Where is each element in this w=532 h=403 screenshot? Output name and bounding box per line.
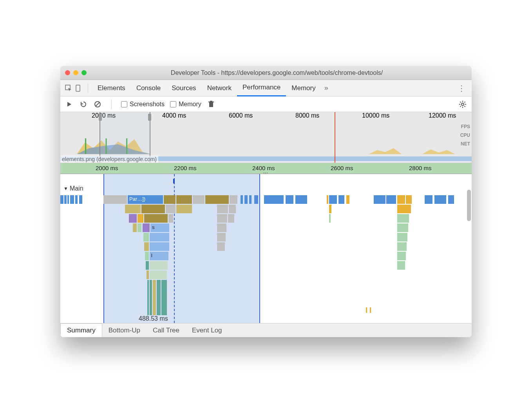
svg-marker-22 <box>422 149 455 154</box>
flame-scrollbar[interactable] <box>467 190 471 221</box>
main-section-label[interactable]: ▼Main <box>63 185 83 192</box>
tab-event-log[interactable]: Event Log <box>186 323 228 338</box>
flame-block-l[interactable]: l <box>150 252 168 260</box>
perf-controls: Screenshots Memory <box>60 96 472 112</box>
fps-label: FPS <box>460 124 470 129</box>
window-title: Developer Tools - https://developers.goo… <box>87 69 467 76</box>
overview-timeline[interactable]: 2000 ms 4000 ms 6000 ms 8000 ms 10000 ms… <box>60 112 472 163</box>
trash-icon[interactable] <box>207 100 215 109</box>
overview-marker <box>335 112 335 163</box>
gear-icon[interactable] <box>458 100 467 109</box>
divider <box>88 84 88 93</box>
clear-icon[interactable] <box>93 100 102 109</box>
screenshots-checkbox[interactable]: Screenshots <box>121 101 165 108</box>
chevron-down-icon: ▼ <box>63 186 68 191</box>
reload-icon[interactable] <box>79 100 88 109</box>
memory-checkbox[interactable]: Memory <box>170 101 201 108</box>
cpu-label: CPU <box>460 133 470 138</box>
selection-handle-left[interactable] <box>99 114 102 121</box>
menu-icon[interactable]: ⋮ <box>454 84 469 93</box>
svg-line-15 <box>464 102 465 102</box>
overview-resource-label: elements.png (developers.google.com) <box>60 156 158 163</box>
ruler-tick: 2600 ms <box>331 165 353 171</box>
zoom-icon[interactable] <box>81 70 87 75</box>
flame-block-s[interactable]: s <box>150 223 169 232</box>
close-icon[interactable] <box>65 70 70 75</box>
divider <box>111 100 112 109</box>
detail-ruler[interactable]: 2000 ms 2200 ms 2400 ms 2600 ms 2800 ms … <box>60 163 472 174</box>
selection-handle-right[interactable] <box>148 114 151 121</box>
overview-selection[interactable] <box>100 112 150 163</box>
traffic-lights <box>65 70 87 75</box>
flame-chart[interactable]: ▼Main Par…]) <box>60 174 472 323</box>
flame-cursor-handle[interactable] <box>173 179 175 183</box>
overview-tick: 12000 ms <box>429 112 456 119</box>
more-tabs-icon[interactable]: » <box>324 84 328 92</box>
titlebar: Developer Tools - https://developers.goo… <box>60 66 472 80</box>
screenshots-label: Screenshots <box>130 101 165 108</box>
device-icon[interactable] <box>74 83 84 93</box>
panel-tabs: Elements Console Sources Network Perform… <box>60 80 472 96</box>
ruler-tick: 2200 ms <box>174 165 197 171</box>
devtools-window: Developer Tools - https://developers.goo… <box>60 66 472 337</box>
ruler-tick: 2800 ms <box>409 165 432 171</box>
svg-rect-4 <box>209 102 213 107</box>
svg-line-12 <box>460 102 461 102</box>
svg-rect-6 <box>210 101 212 102</box>
tab-bottom-up[interactable]: Bottom-Up <box>102 323 147 338</box>
tab-sources[interactable]: Sources <box>166 80 201 96</box>
duration-label: 488.53 ms <box>139 315 168 322</box>
memory-label: Memory <box>179 101 201 108</box>
tab-summary[interactable]: Summary <box>60 323 102 338</box>
tab-performance[interactable]: Performance <box>237 80 286 96</box>
record-icon[interactable] <box>65 100 74 109</box>
svg-line-13 <box>464 106 465 107</box>
overview-tick: 10000 ms <box>362 112 389 119</box>
minimize-icon[interactable] <box>73 70 78 75</box>
inspect-icon[interactable] <box>63 83 74 93</box>
tab-console[interactable]: Console <box>131 80 166 96</box>
svg-marker-21 <box>369 148 402 154</box>
svg-point-7 <box>461 103 464 105</box>
overview-tick: 6000 ms <box>229 112 253 119</box>
svg-rect-5 <box>208 102 214 102</box>
tab-memory[interactable]: Memory <box>286 80 321 96</box>
tab-elements[interactable]: Elements <box>92 80 131 96</box>
flame-task[interactable]: Par…]) <box>128 195 163 204</box>
tab-network[interactable]: Network <box>202 80 237 96</box>
overview-tick: 4000 ms <box>162 112 186 119</box>
details-tabs: Summary Bottom-Up Call Tree Event Log <box>60 323 472 337</box>
overview-tick: 8000 ms <box>295 112 319 119</box>
ruler-ellipsis: … <box>263 168 269 174</box>
svg-line-3 <box>96 102 100 106</box>
ruler-tick: 2000 ms <box>96 165 118 171</box>
tab-call-tree[interactable]: Call Tree <box>147 323 186 338</box>
svg-rect-1 <box>76 85 80 91</box>
svg-line-14 <box>460 106 461 107</box>
svg-rect-18 <box>85 138 86 154</box>
